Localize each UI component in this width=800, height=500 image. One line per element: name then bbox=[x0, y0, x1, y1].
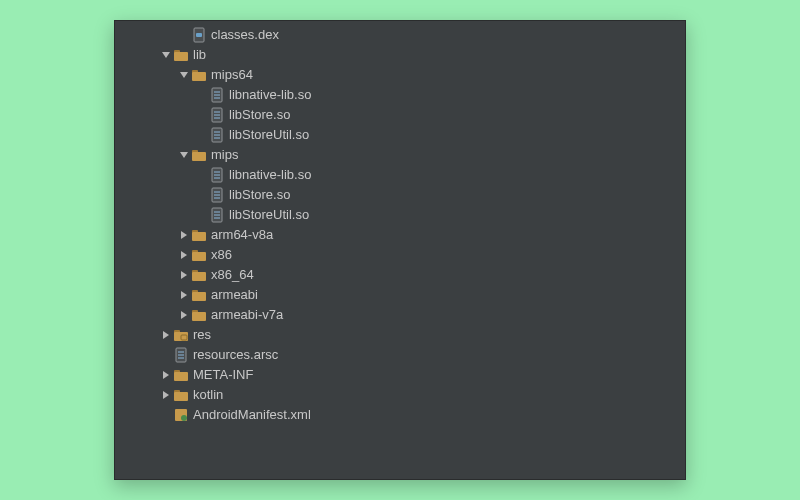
tree-row[interactable]: libStore.so bbox=[115, 185, 685, 205]
tree-row[interactable]: classes.dex bbox=[115, 25, 685, 45]
tree-row[interactable]: libStore.so bbox=[115, 105, 685, 125]
tree-row[interactable]: arm64-v8a bbox=[115, 225, 685, 245]
disclosure-right-icon[interactable] bbox=[177, 290, 191, 300]
svg-rect-37 bbox=[192, 272, 206, 281]
disclosure-right-icon[interactable] bbox=[159, 390, 173, 400]
disclosure-down-icon[interactable] bbox=[177, 150, 191, 160]
disclosure-down-icon[interactable] bbox=[177, 70, 191, 80]
tree-item-label: x86 bbox=[211, 245, 232, 265]
xml-file-icon bbox=[173, 407, 189, 423]
file-icon bbox=[209, 167, 225, 183]
tree-row[interactable]: x86_64 bbox=[115, 265, 685, 285]
disclosure-down-icon[interactable] bbox=[159, 50, 173, 60]
tree-row[interactable]: AndroidManifest.xml bbox=[115, 405, 685, 425]
svg-rect-1 bbox=[196, 33, 202, 37]
svg-rect-5 bbox=[192, 72, 206, 81]
tree-item-label: META-INF bbox=[193, 365, 253, 385]
tree-row[interactable]: libStoreUtil.so bbox=[115, 125, 685, 145]
tree-row[interactable]: x86 bbox=[115, 245, 685, 265]
svg-rect-44 bbox=[181, 335, 187, 340]
svg-rect-52 bbox=[174, 392, 188, 401]
tree-item-label: kotlin bbox=[193, 385, 223, 405]
disclosure-right-icon[interactable] bbox=[177, 230, 191, 240]
tree-item-label: AndroidManifest.xml bbox=[193, 405, 311, 425]
folder-icon bbox=[173, 367, 189, 383]
tree-row[interactable]: libnative-lib.so bbox=[115, 85, 685, 105]
tree-item-label: resources.arsc bbox=[193, 345, 278, 365]
tree-item-label: libStoreUtil.so bbox=[229, 205, 309, 225]
tree-row[interactable]: resources.arsc bbox=[115, 345, 685, 365]
svg-point-54 bbox=[181, 415, 187, 421]
svg-rect-39 bbox=[192, 292, 206, 301]
folder-icon bbox=[173, 47, 189, 63]
tree-item-label: res bbox=[193, 325, 211, 345]
tree-row[interactable]: libnative-lib.so bbox=[115, 165, 685, 185]
folder-icon bbox=[191, 147, 207, 163]
disclosure-right-icon[interactable] bbox=[177, 310, 191, 320]
tree-row[interactable]: armeabi-v7a bbox=[115, 305, 685, 325]
tree-item-label: libStoreUtil.so bbox=[229, 125, 309, 145]
tree-item-label: libnative-lib.so bbox=[229, 165, 311, 185]
disclosure-right-icon[interactable] bbox=[177, 270, 191, 280]
tree-item-label: armeabi bbox=[211, 285, 258, 305]
svg-rect-3 bbox=[174, 52, 188, 61]
tree-item-label: libnative-lib.so bbox=[229, 85, 311, 105]
tree-row[interactable]: libStoreUtil.so bbox=[115, 205, 685, 225]
svg-rect-41 bbox=[192, 312, 206, 321]
file-icon bbox=[209, 127, 225, 143]
folder-icon bbox=[191, 247, 207, 263]
tree-row[interactable]: mips64 bbox=[115, 65, 685, 85]
file-icon bbox=[209, 187, 225, 203]
disclosure-right-icon[interactable] bbox=[159, 370, 173, 380]
tree-row[interactable]: kotlin bbox=[115, 385, 685, 405]
svg-rect-50 bbox=[174, 372, 188, 381]
tree-row[interactable]: META-INF bbox=[115, 365, 685, 385]
tree-row[interactable]: mips bbox=[115, 145, 685, 165]
tree-item-label: mips bbox=[211, 145, 238, 165]
file-icon bbox=[209, 207, 225, 223]
svg-rect-33 bbox=[192, 232, 206, 241]
tree-item-label: lib bbox=[193, 45, 206, 65]
tree-item-label: arm64-v8a bbox=[211, 225, 273, 245]
file-icon bbox=[209, 87, 225, 103]
tree-row[interactable]: res bbox=[115, 325, 685, 345]
tree-item-label: classes.dex bbox=[211, 25, 279, 45]
folder-icon bbox=[191, 307, 207, 323]
tree-item-label: mips64 bbox=[211, 65, 253, 85]
tree-item-label: libStore.so bbox=[229, 185, 290, 205]
folder-icon bbox=[191, 267, 207, 283]
tree-item-label: x86_64 bbox=[211, 265, 254, 285]
file-icon bbox=[173, 347, 189, 363]
folder-icon bbox=[173, 387, 189, 403]
svg-rect-19 bbox=[192, 152, 206, 161]
dex-file-icon bbox=[191, 27, 207, 43]
disclosure-right-icon[interactable] bbox=[159, 330, 173, 340]
tree-row[interactable]: armeabi bbox=[115, 285, 685, 305]
folder-icon bbox=[191, 67, 207, 83]
tree-item-label: libStore.so bbox=[229, 105, 290, 125]
tree-item-label: armeabi-v7a bbox=[211, 305, 283, 325]
folder-icon bbox=[191, 287, 207, 303]
svg-rect-35 bbox=[192, 252, 206, 261]
folder-icon bbox=[191, 227, 207, 243]
file-icon bbox=[209, 107, 225, 123]
file-tree-panel: classes.dexlibmips64libnative-lib.solibS… bbox=[114, 20, 686, 480]
res-folder-icon bbox=[173, 327, 189, 343]
tree-row[interactable]: lib bbox=[115, 45, 685, 65]
disclosure-right-icon[interactable] bbox=[177, 250, 191, 260]
